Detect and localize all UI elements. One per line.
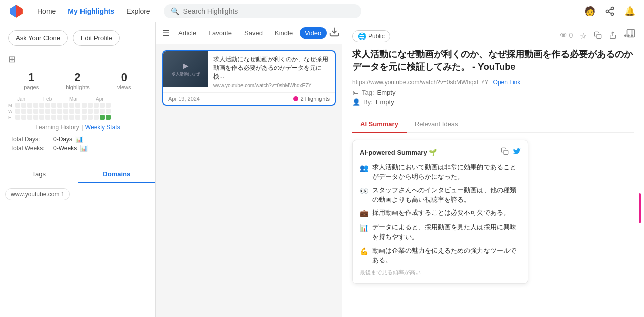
article-by: 👤 By: Empty <box>352 98 634 106</box>
heatmap-cell-w15-d2 <box>106 115 111 120</box>
heatmap-weeks <box>15 103 111 120</box>
middle-panel: ☰ Article Favorite Saved Kindle Video ▶ … <box>156 22 342 317</box>
ai-summary-header: AI-powered Summary 🌱 <box>360 147 521 157</box>
article-url: https://www.youtube.com/watch?v=0sbMWhqx… <box>352 78 634 86</box>
heatmap-cell-w9-d0 <box>69 103 74 108</box>
heatmap-week-3 <box>33 103 38 120</box>
heatmap-cell-w15-d1 <box>106 109 111 114</box>
views-label: views <box>101 84 147 90</box>
copy-icon[interactable] <box>594 31 602 41</box>
avatar-icon[interactable]: 🧑 <box>584 5 596 17</box>
heatmap-cell-w14-d0 <box>100 103 105 108</box>
summary-emoji-1: 👀 <box>360 186 368 196</box>
heatmap-cell-w11-d0 <box>82 103 87 108</box>
heatmap-week-5 <box>45 103 50 120</box>
download-icon[interactable] <box>329 26 340 40</box>
summary-items: 👥求人活動において動画は非常に効果的であることがデータから明らかになった。👀スタ… <box>360 163 521 265</box>
nav-explore[interactable]: Explore <box>121 5 155 17</box>
heatmap: Jan Feb Mar Apr M W F <box>8 96 147 120</box>
stat-highlights: 2 highlights <box>54 71 101 90</box>
card-body: 求人活動になぜ動画が利くのか、なぜ採用動画を作る必要があるのかデータを元に検..… <box>208 51 335 92</box>
heatmap-cell-w12-d1 <box>88 109 93 114</box>
heatmap-cell-w12-d0 <box>88 103 93 108</box>
summary-text-4: 動画は企業の魅力を伝えるための強力なツールである。 <box>372 246 521 265</box>
tags-tab[interactable]: Tags <box>0 166 78 183</box>
by-icon: 👤 <box>352 98 360 106</box>
weekly-stats-link[interactable]: Weekly Stats <box>85 124 120 131</box>
content-tabs: AI Summary Relevant Ideas <box>352 116 634 133</box>
ai-summary-title: AI-powered Summary 🌱 <box>360 149 501 156</box>
search-bar[interactable]: 🔍 <box>164 4 361 18</box>
heatmap-cell-w2-d1 <box>27 109 32 114</box>
filter-favorite[interactable]: Favorite <box>203 27 237 39</box>
heatmap-cell-w2-d0 <box>27 103 32 108</box>
domain-tag-youtube[interactable]: www.youtube.com 1 <box>5 188 70 200</box>
tab-relevant-ideas[interactable]: Relevant Ideas <box>407 116 466 133</box>
twitter-share-icon[interactable] <box>513 147 521 157</box>
nav-home[interactable]: Home <box>32 5 61 17</box>
summary-text-0: 求人活動において動画は非常に効果的であることがデータから明らかになった。 <box>372 163 521 182</box>
domains-tab[interactable]: Domains <box>78 166 156 183</box>
menu-icon[interactable]: ☰ <box>162 28 169 38</box>
pages-value: 1 <box>8 71 54 84</box>
grid-icon[interactable]: ⊞ <box>8 54 147 65</box>
copy-summary-icon[interactable] <box>501 147 509 157</box>
filter-article[interactable]: Article <box>173 27 201 39</box>
summary-text-1: スタッフさんへのインタビュー動画は、他の種類の動画よりも高い視聴率を誇る。 <box>372 186 521 205</box>
summary-item-1: 👀スタッフさんへのインタビュー動画は、他の種類の動画よりも高い視聴率を誇る。 <box>360 186 521 205</box>
heatmap-week-14 <box>100 103 105 120</box>
right-actions: 👁 0 ☆ ••• <box>560 31 634 41</box>
heatmap-cell-w1-d2 <box>21 115 26 120</box>
stats-row: 1 pages 2 highlights 0 views <box>8 71 147 90</box>
filter-video[interactable]: Video <box>300 27 327 39</box>
summary-text-3: データによると、採用動画を見た人は採用に興味を持ちやすい。 <box>372 223 521 242</box>
sidebar-top: Ask Your Clone Edit Profile ⊞ 1 pages 2 … <box>0 22 155 162</box>
total-days-row: Total Days: 0-Days 📊 <box>8 136 147 143</box>
ai-summary-icons <box>501 147 521 157</box>
by-value: Empty <box>376 98 394 106</box>
total-weeks-row: Total Weeks: 0-Weeks 📊 <box>8 145 147 152</box>
total-days-label: Total Days: <box>10 136 50 143</box>
heatmap-cell-w12-d2 <box>88 115 93 120</box>
filter-kindle[interactable]: Kindle <box>270 27 298 39</box>
tag-icon: 🏷 <box>352 89 359 96</box>
summary-text-2: 採用動画を作成することは必要不可欠である。 <box>372 208 510 218</box>
heatmap-week-1 <box>21 103 26 120</box>
search-icon: 🔍 <box>171 7 179 15</box>
day-m: M <box>8 103 13 108</box>
tag-value: Empty <box>377 89 396 96</box>
highlight-card[interactable]: ▶ 求人活動になぜ 求人活動になぜ動画が利くのか、なぜ採用動画を作る必要があるの… <box>162 50 336 106</box>
heatmap-cell-w14-d2 <box>100 115 105 120</box>
globe-icon: 🌐 <box>358 32 366 40</box>
edit-profile-button[interactable]: Edit Profile <box>73 30 120 46</box>
sidebar: Ask Your Clone Edit Profile ⊞ 1 pages 2 … <box>0 22 156 317</box>
star-icon[interactable]: ☆ <box>580 31 587 41</box>
heatmap-cell-w13-d2 <box>94 115 99 120</box>
search-input[interactable] <box>183 7 354 15</box>
heatmap-week-15 <box>106 103 111 120</box>
summary-item-3: 📊データによると、採用動画を見た人は採用に興味を持ちやすい。 <box>360 223 521 242</box>
tab-ai-summary[interactable]: AI Summary <box>352 116 407 133</box>
export-icon[interactable] <box>609 31 617 41</box>
svg-marker-2 <box>10 5 16 18</box>
day-w: W <box>8 109 13 114</box>
open-link[interactable]: Open Link <box>493 78 521 86</box>
summary-item-2: 💼採用動画を作成することは必要不可欠である。 <box>360 208 521 219</box>
filter-saved[interactable]: Saved <box>239 27 268 39</box>
ask-clone-button[interactable]: Ask Your Clone <box>8 30 68 46</box>
heatmap-cell-w0-d1 <box>15 109 20 114</box>
total-weeks-emoji: 📊 <box>80 145 88 152</box>
scroll-indicator <box>639 193 641 223</box>
heatmap-cell-w3-d2 <box>33 115 38 120</box>
notification-icon[interactable]: 🔔 <box>624 5 636 17</box>
learning-history-link[interactable]: Learning History <box>35 124 79 131</box>
nav-my-highlights[interactable]: My Highlights <box>63 5 119 17</box>
share-icon[interactable] <box>604 5 616 17</box>
eye-icon[interactable]: 👁 0 <box>560 31 573 41</box>
day-f: F <box>8 115 13 120</box>
stat-views: 0 views <box>101 71 147 90</box>
sidebar-buttons: Ask Your Clone Edit Profile <box>8 30 147 46</box>
sidebar-toggle[interactable] <box>626 28 636 40</box>
heatmap-cell-w2-d2 <box>27 115 32 120</box>
logo[interactable] <box>8 3 24 19</box>
